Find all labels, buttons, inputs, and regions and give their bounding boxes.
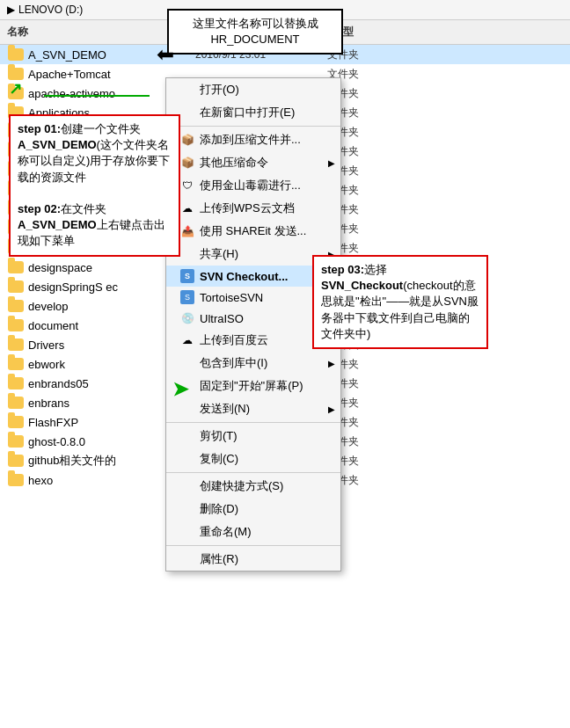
folder-icon	[7, 394, 25, 411]
folder-icon	[7, 355, 25, 373]
svn-checkout-arrow: ➤	[172, 378, 188, 401]
step01-annotation: step 01:创建一个文件夹A_SVN_DEMO(这个文件夹名称可以自定义)用…	[9, 114, 180, 257]
arrow-annotation: ⬅	[157, 42, 174, 67]
menu-icon: 📦	[180, 156, 194, 170]
menu-label: 属性(R)	[200, 551, 238, 567]
menu-label: 创建快捷方式(S)	[200, 478, 283, 494]
menu-label: 删除(D)	[200, 501, 238, 517]
folder-icon	[7, 433, 25, 450]
green-arrow: ↗	[9, 79, 22, 98]
step01-text: step 01:创建一个文件夹A_SVN_DEMO(这个文件夹名称可以自定义)用…	[18, 122, 170, 247]
menu-separator	[166, 545, 340, 546]
submenu-arrow: ▶	[328, 158, 335, 168]
menu-icon: ☁	[180, 333, 194, 347]
menu-label: 剪切(T)	[200, 428, 238, 444]
folder-icon	[7, 336, 25, 353]
menu-item-6[interactable]: ☁上传到WPS云文档	[166, 197, 340, 220]
menu-label: 打开(O)	[200, 82, 239, 98]
menu-item-22[interactable]: 重命名(M)	[166, 521, 340, 543]
menu-item-3[interactable]: 📦添加到压缩文件并...	[166, 128, 340, 151]
menu-label: 其他压缩命令	[200, 155, 268, 171]
tooltip-text: 这里文件名称可以替换成HR_DOCUMENT	[193, 17, 318, 46]
breadcrumb: ▶ LENOVO (D:)	[7, 4, 83, 16]
menu-icon: 📤	[180, 224, 194, 238]
menu-item-5[interactable]: 🛡使用金山毒霸进行...	[166, 174, 340, 197]
folder-icon	[7, 317, 25, 334]
breadcrumb-arrow: ▶	[7, 4, 15, 16]
svn2-icon: S	[180, 290, 194, 304]
submenu-arrow: ▶	[328, 359, 335, 368]
folder-icon	[7, 258, 25, 276]
menu-label: SVN Checkout...	[200, 270, 288, 283]
menu-label: 包含到库中(I)	[200, 355, 267, 371]
folder-icon	[7, 375, 25, 392]
menu-item-14[interactable]: 固定到"开始"屏幕(P)	[166, 375, 340, 397]
col-header-name[interactable]: 名称	[0, 23, 194, 41]
menu-item-4[interactable]: 📦其他压缩命令▶	[166, 151, 340, 174]
menu-label: 添加到压缩文件并...	[200, 132, 301, 148]
menu-label: 共享(H)	[200, 246, 238, 262]
menu-label: TortoiseSVN	[200, 291, 263, 304]
folder-icon	[7, 413, 25, 431]
menu-label: 在新窗口中打开(E)	[200, 105, 295, 120]
menu-item-20[interactable]: 创建快捷方式(S)	[166, 475, 340, 498]
green-underline	[44, 95, 150, 97]
menu-separator	[166, 126, 340, 127]
menu-label: 发送到(N)	[200, 401, 250, 417]
folder-icon	[7, 471, 25, 489]
menu-item-24[interactable]: 属性(R)	[166, 548, 340, 571]
menu-item-15[interactable]: 发送到(N)▶	[166, 397, 340, 420]
tooltip-annotation: 这里文件名称可以替换成HR_DOCUMENT	[167, 9, 343, 55]
menu-separator	[166, 472, 340, 473]
menu-label: 使用金山毒霸进行...	[200, 178, 301, 193]
menu-label: 使用 SHAREit 发送...	[200, 223, 306, 239]
menu-item-0[interactable]: 打开(O)	[166, 78, 340, 101]
menu-label: 固定到"开始"屏幕(P)	[200, 378, 303, 394]
breadcrumb-path: LENOVO (D:)	[18, 4, 83, 16]
menu-item-13[interactable]: 包含到库中(I)▶	[166, 352, 340, 375]
menu-icon: 💿	[180, 311, 194, 325]
svn-icon: S	[180, 269, 194, 283]
menu-item-7[interactable]: 📤使用 SHAREit 发送...	[166, 220, 340, 243]
folder-icon	[7, 297, 25, 315]
submenu-arrow: ▶	[328, 404, 335, 414]
step03-text: step 03:选择SVN_Checkout(checkout的意思就是"检出"…	[321, 263, 479, 340]
menu-label: 上传到WPS云文档	[200, 200, 295, 216]
menu-item-18[interactable]: 复制(C)	[166, 448, 340, 470]
menu-label: 复制(C)	[200, 451, 238, 467]
menu-item-17[interactable]: 剪切(T)	[166, 425, 340, 448]
folder-icon	[7, 452, 25, 470]
folder-icon	[7, 46, 25, 63]
menu-icon: 🛡	[180, 178, 194, 193]
menu-label: 上传到百度云	[200, 332, 268, 348]
menu-icon: ☁	[180, 201, 194, 215]
menu-label: UltraISO	[200, 312, 244, 325]
menu-icon: 📦	[180, 133, 194, 147]
folder-icon	[7, 278, 25, 295]
menu-label: 重命名(M)	[200, 524, 252, 540]
menu-separator	[166, 422, 340, 423]
menu-item-21[interactable]: 删除(D)	[166, 498, 340, 521]
file-explorer: ▶ LENOVO (D:) 名称 修改日期 类型 A_SVN_DEMO 2016…	[0, 0, 570, 728]
menu-item-1[interactable]: 在新窗口中打开(E)	[166, 101, 340, 124]
step03-annotation: step 03:选择SVN_Checkout(checkout的意思就是"检出"…	[312, 255, 488, 349]
